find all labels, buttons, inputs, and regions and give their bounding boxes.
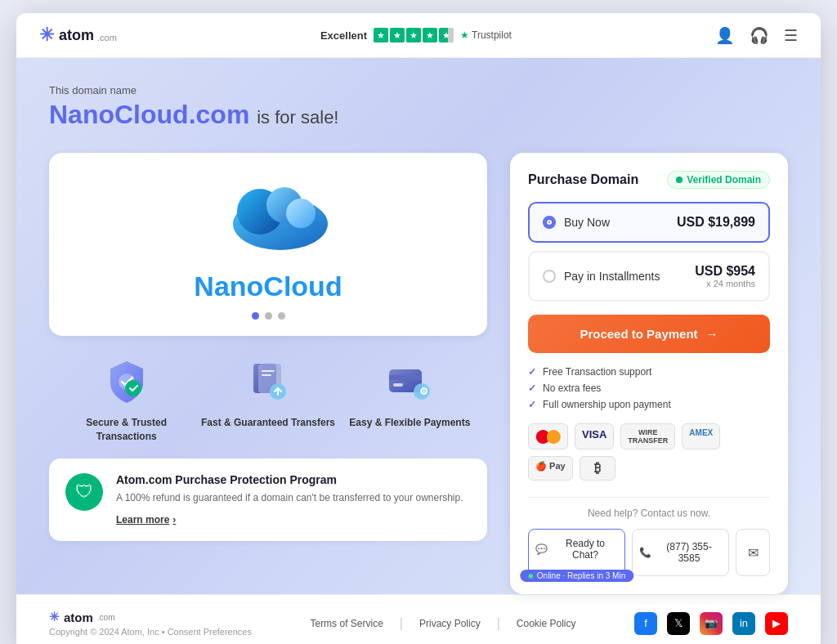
- buy-now-option[interactable]: Buy Now USD $19,899: [528, 202, 770, 243]
- checkmark-2: ✓: [528, 382, 536, 394]
- domain-name: NanoCloud.com: [49, 100, 249, 129]
- svg-rect-13: [393, 383, 403, 387]
- svg-rect-9: [262, 374, 271, 376]
- feature-secure-label: Secure & Trusted Transactions: [56, 416, 197, 444]
- protection-card: 🛡 Atom.com Purchase Protection Program A…: [49, 458, 487, 541]
- cloud-svg: [203, 179, 333, 261]
- installments-price: USD $954: [695, 264, 755, 279]
- contact-row: 💬 Ready to Chat? Online · Replies in 3 M…: [528, 529, 770, 576]
- feature-payments-label: Easy & Flexible Payments: [339, 416, 481, 430]
- hero-title: NanoCloud.com is for sale!: [49, 100, 788, 130]
- online-dot: [528, 574, 533, 579]
- user-icon[interactable]: 👤: [715, 26, 735, 45]
- trustpilot-stars: ★ ★ ★ ★ ★: [374, 28, 454, 42]
- brand-cloud: Cloud: [263, 271, 342, 302]
- divider: [528, 497, 770, 498]
- buy-now-radio[interactable]: [543, 216, 556, 229]
- phone-button[interactable]: 📞 (877) 355-3585: [632, 529, 729, 576]
- cookie-link[interactable]: Cookie Policy: [517, 618, 576, 629]
- linkedin-icon[interactable]: in: [732, 612, 755, 635]
- arrow-icon: →: [706, 327, 718, 341]
- payment-mc: ⬤⬤: [528, 423, 568, 449]
- footer-copyright: Copyright © 2024 Atom, Inc • Consent Pre…: [49, 627, 252, 637]
- payment-wire: WIRETRANSFER: [620, 423, 675, 449]
- chat-icon: 💬: [535, 543, 548, 555]
- brand-name: NanoCloud: [69, 271, 468, 302]
- email-icon: ✉: [748, 545, 759, 561]
- phone-icon: 📞: [639, 547, 651, 558]
- facebook-icon[interactable]: f: [634, 612, 657, 635]
- hero-content: NanoCloud: [49, 153, 788, 594]
- svg-rect-8: [262, 370, 275, 372]
- payment-amex: AMEX: [682, 423, 720, 449]
- learn-more-link[interactable]: Learn more ›: [116, 514, 176, 525]
- dot-3[interactable]: [278, 312, 285, 320]
- protection-title: Atom.com Purchase Protection Program: [116, 473, 463, 486]
- installments-radio[interactable]: [543, 270, 556, 283]
- protection-text: A 100% refund is guaranteed if a domain …: [116, 490, 463, 505]
- checklist: ✓ Free Transaction support ✓ No extra fe…: [528, 366, 770, 410]
- cloud-illustration: [203, 179, 333, 261]
- protection-content: Atom.com Purchase Protection Program A 1…: [116, 473, 463, 526]
- verified-label: Verified Domain: [687, 174, 761, 186]
- trustpilot-label: Excellent: [320, 29, 367, 42]
- purchase-card: Purchase Domain Verified Domain Buy Now: [510, 153, 788, 594]
- purchase-header: Purchase Domain Verified Domain: [528, 171, 770, 189]
- dot-1[interactable]: [252, 312, 259, 320]
- checkmark-1: ✓: [528, 366, 536, 378]
- proceed-button[interactable]: Proceed to Payment →: [528, 315, 770, 353]
- hero-label: This domain name: [49, 84, 788, 96]
- installments-option[interactable]: Pay in Installments USD $954 x 24 months: [528, 251, 770, 302]
- privacy-link[interactable]: Privacy Policy: [419, 618, 481, 629]
- online-badge: Online · Replies in 3 Min: [520, 570, 633, 582]
- svg-text:⚙: ⚙: [419, 386, 428, 397]
- for-sale-text: is for sale!: [257, 107, 338, 127]
- payment-bitcoin: ₿: [580, 456, 615, 481]
- logo[interactable]: ✳ atom .com: [39, 25, 117, 46]
- installments-duration: x 24 months: [695, 279, 755, 288]
- twitter-x-icon[interactable]: 𝕏: [667, 612, 690, 635]
- svg-point-5: [125, 380, 141, 396]
- svg-point-3: [286, 199, 316, 228]
- shield-check-icon: [101, 356, 153, 408]
- help-label: Need help? Contact us now.: [528, 508, 770, 519]
- menu-icon[interactable]: ☰: [784, 26, 798, 45]
- check-item-3: ✓ Full ownership upon payment: [528, 399, 770, 410]
- right-panel: Purchase Domain Verified Domain Buy Now: [510, 153, 788, 594]
- email-button[interactable]: ✉: [736, 529, 770, 576]
- card-icon: ⚙: [383, 356, 436, 408]
- check-label-2: No extra fees: [543, 382, 601, 394]
- headset-icon[interactable]: 🎧: [750, 26, 769, 45]
- chat-button[interactable]: 💬 Ready to Chat? Online · Replies in 3 M…: [528, 529, 625, 576]
- footer-logo-com: .com: [97, 613, 115, 622]
- terms-link[interactable]: Terms of Service: [310, 618, 383, 629]
- chat-label: Ready to Chat?: [553, 538, 618, 561]
- help-section: Need help? Contact us now. 💬 Ready to Ch…: [528, 508, 770, 576]
- protection-shield-icon: 🛡: [65, 473, 103, 511]
- purchase-title: Purchase Domain: [528, 172, 638, 187]
- footer-logo: ✳ atom .com Copyright © 2024 Atom, Inc •…: [49, 610, 252, 637]
- phone-label: (877) 355-3585: [656, 541, 722, 564]
- check-label-3: Full ownership upon payment: [543, 399, 671, 410]
- svg-rect-12: [389, 375, 422, 380]
- left-panel: NanoCloud: [49, 153, 487, 567]
- atom-logo-icon: ✳: [39, 25, 54, 46]
- youtube-icon[interactable]: ▶: [765, 612, 788, 635]
- image-card: NanoCloud: [49, 153, 487, 336]
- trustpilot-brand: ★ Trustpilot: [460, 29, 512, 41]
- footer: ✳ atom .com Copyright © 2024 Atom, Inc •…: [16, 594, 821, 644]
- features-row: Secure & Trusted Transactions: [49, 356, 487, 444]
- feature-payments: ⚙ Easy & Flexible Payments: [339, 356, 481, 444]
- trustpilot: Excellent ★ ★ ★ ★ ★ ★ Trustpilot: [320, 28, 512, 42]
- check-item-2: ✓ No extra fees: [528, 382, 770, 394]
- buy-now-label: Buy Now: [564, 216, 610, 229]
- star-2: ★: [390, 28, 405, 42]
- payment-visa: VISA: [575, 423, 614, 449]
- dot-2[interactable]: [265, 312, 272, 320]
- footer-links: Terms of Service | Privacy Policy | Cook…: [310, 616, 575, 631]
- check-item-1: ✓ Free Transaction support: [528, 366, 770, 378]
- feature-transfer-label: Fast & Guaranteed Transfers: [197, 416, 338, 430]
- instagram-icon[interactable]: 📷: [700, 612, 723, 635]
- star-1: ★: [374, 28, 388, 42]
- checkmark-3: ✓: [528, 399, 536, 410]
